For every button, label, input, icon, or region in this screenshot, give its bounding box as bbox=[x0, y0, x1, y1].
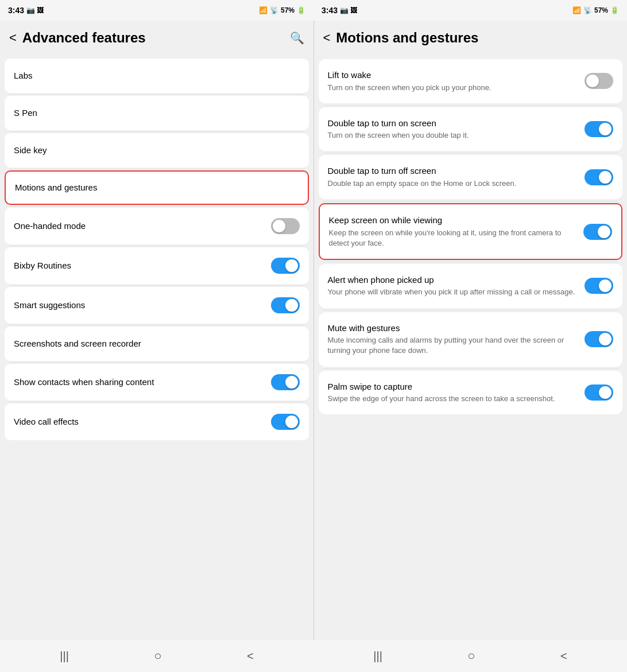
motions-title: Motions and gestures bbox=[15, 182, 299, 193]
settings-item-spen[interactable]: S Pen bbox=[5, 96, 309, 130]
labs-title: Labs bbox=[14, 70, 300, 81]
settings-item-mute-gesture[interactable]: Mute with gestures Mute incoming calls a… bbox=[319, 312, 623, 367]
left-battery: 57% bbox=[281, 6, 295, 14]
alert-pickup-subtitle: Your phone will vibrate when you pick it… bbox=[328, 287, 578, 297]
settings-item-sidekey[interactable]: Side key bbox=[5, 133, 309, 168]
palm-swipe-subtitle: Swipe the edge of your hand across the s… bbox=[328, 394, 578, 404]
keepscreen-toggle[interactable] bbox=[583, 224, 612, 240]
left-panel-title: Advanced features bbox=[22, 30, 284, 46]
settings-item-onehanded[interactable]: One-handed mode bbox=[5, 208, 309, 244]
sidekey-title: Side key bbox=[14, 145, 300, 156]
rsep-3 bbox=[323, 201, 618, 201]
videocall-toggle[interactable] bbox=[271, 414, 300, 430]
showcontacts-toggle[interactable] bbox=[271, 374, 300, 390]
dbltap-on-subtitle: Turn on the screen when you double tap i… bbox=[328, 130, 578, 141]
keepscreen-toggle-thumb bbox=[598, 226, 610, 238]
rsep-2 bbox=[323, 153, 618, 153]
right-panel-header: < Motions and gestures bbox=[314, 21, 628, 53]
right-nav-home[interactable]: ○ bbox=[467, 648, 475, 663]
dbltap-on-title: Double tap to turn on screen bbox=[328, 118, 578, 129]
left-status-bar: 3:43 📷 🖼 📶 📡 57% 🔋 bbox=[0, 0, 314, 21]
dbltap-on-toggle[interactable] bbox=[585, 121, 613, 137]
showcontacts-toggle-thumb bbox=[285, 376, 298, 389]
settings-item-screenshots[interactable]: Screenshots and screen recorder bbox=[5, 327, 309, 361]
right-nav-back[interactable]: < bbox=[560, 650, 567, 663]
right-wifi-icon: 📶 bbox=[572, 6, 581, 14]
lift-wake-toggle[interactable] bbox=[585, 73, 613, 89]
right-status-icons: 📷 🖼 bbox=[340, 6, 357, 14]
settings-item-labs[interactable]: Labs bbox=[5, 59, 309, 93]
palm-swipe-toggle-thumb bbox=[599, 386, 611, 399]
right-panel: < Motions and gestures Lift to wake Turn… bbox=[314, 21, 628, 640]
palm-swipe-toggle[interactable] bbox=[585, 384, 613, 401]
bixby-toggle[interactable] bbox=[271, 258, 300, 274]
settings-item-smartsugg[interactable]: Smart suggestions bbox=[5, 287, 309, 324]
right-signal-icon: 📡 bbox=[583, 6, 592, 14]
smartsugg-toggle[interactable] bbox=[271, 297, 300, 313]
sep-7 bbox=[9, 325, 304, 325]
bixby-toggle-thumb bbox=[285, 259, 298, 272]
bixby-title: Bixby Routines bbox=[14, 260, 264, 271]
left-panel-header: < Advanced features 🔍 bbox=[0, 21, 314, 53]
alert-pickup-toggle-thumb bbox=[599, 279, 611, 292]
right-back-button[interactable]: < bbox=[323, 30, 331, 45]
left-back-button[interactable]: < bbox=[9, 30, 17, 45]
screenshots-title: Screenshots and screen recorder bbox=[14, 338, 300, 349]
left-status-icons: 📷 🖼 bbox=[26, 6, 44, 14]
left-settings-list: Labs S Pen Side key Motions a bbox=[0, 53, 314, 640]
keepscreen-title: Keep screen on while viewing bbox=[329, 215, 577, 226]
showcontacts-title: Show contacts when sharing content bbox=[14, 376, 264, 388]
right-settings-list: Lift to wake Turn on the screen when you… bbox=[314, 53, 628, 640]
left-nav-back[interactable]: < bbox=[247, 650, 254, 663]
left-wifi-icon: 📶 bbox=[259, 6, 268, 14]
left-nav-home[interactable]: ○ bbox=[154, 648, 161, 663]
settings-item-dbltap-off[interactable]: Double tap to turn off screen Double tap… bbox=[319, 155, 623, 199]
left-search-button[interactable]: 🔍 bbox=[290, 31, 304, 45]
right-time: 3:43 bbox=[322, 6, 338, 15]
rsep-1 bbox=[323, 105, 618, 106]
left-time: 3:43 bbox=[8, 6, 24, 15]
mute-gesture-subtitle: Mute incoming calls and alarms by puttin… bbox=[328, 335, 578, 356]
right-panel-title: Motions and gestures bbox=[336, 30, 618, 46]
sep-5 bbox=[9, 246, 304, 246]
smartsugg-toggle-thumb bbox=[285, 299, 298, 312]
videocall-toggle-thumb bbox=[285, 415, 298, 428]
lift-wake-title: Lift to wake bbox=[328, 69, 578, 81]
smartsugg-title: Smart suggestions bbox=[14, 300, 264, 311]
settings-item-videocall[interactable]: Video call effects bbox=[5, 403, 309, 440]
sep-3 bbox=[9, 169, 304, 169]
right-battery: 57% bbox=[594, 6, 608, 14]
settings-item-dbltap-on[interactable]: Double tap to turn on screen Turn on the… bbox=[319, 107, 623, 152]
right-nav-recent[interactable]: ||| bbox=[373, 650, 382, 663]
sep-6 bbox=[9, 285, 304, 286]
palm-swipe-title: Palm swipe to capture bbox=[328, 381, 578, 393]
settings-item-palm-swipe[interactable]: Palm swipe to capture Swipe the edge of … bbox=[319, 371, 623, 415]
onehanded-toggle[interactable] bbox=[271, 218, 300, 234]
sep-2 bbox=[9, 131, 304, 132]
dbltap-off-toggle-thumb bbox=[599, 171, 611, 184]
sep-8 bbox=[9, 362, 304, 363]
settings-item-lift-wake[interactable]: Lift to wake Turn on the screen when you… bbox=[319, 59, 623, 103]
mute-gesture-toggle[interactable] bbox=[585, 331, 613, 347]
settings-item-motions[interactable]: Motions and gestures bbox=[5, 170, 309, 205]
settings-item-alert-pickup[interactable]: Alert when phone picked up Your phone wi… bbox=[319, 264, 623, 308]
sep-9 bbox=[9, 402, 304, 402]
onehanded-toggle-thumb bbox=[273, 220, 285, 232]
settings-item-keepscreen[interactable]: Keep screen on while viewing Keep the sc… bbox=[319, 203, 623, 260]
onehanded-title: One-handed mode bbox=[14, 220, 264, 232]
sep-4 bbox=[9, 206, 304, 207]
spen-title: S Pen bbox=[14, 107, 300, 119]
left-panel: < Advanced features 🔍 Labs S Pen bbox=[0, 21, 314, 640]
settings-item-showcontacts[interactable]: Show contacts when sharing content bbox=[5, 364, 309, 401]
lift-wake-subtitle: Turn on the screen when you pick up your… bbox=[328, 83, 578, 93]
alert-pickup-toggle[interactable] bbox=[585, 278, 613, 294]
rsep-5 bbox=[323, 310, 618, 310]
settings-item-bixby[interactable]: Bixby Routines bbox=[5, 247, 309, 284]
mute-gesture-title: Mute with gestures bbox=[328, 323, 578, 334]
right-nav-bar: ||| ○ < bbox=[314, 640, 627, 672]
dbltap-off-toggle[interactable] bbox=[585, 169, 613, 185]
dbltap-on-toggle-thumb bbox=[599, 123, 611, 135]
left-nav-recent[interactable]: ||| bbox=[60, 650, 69, 663]
left-nav-bar: ||| ○ < bbox=[0, 640, 314, 672]
mute-gesture-toggle-thumb bbox=[599, 333, 611, 345]
